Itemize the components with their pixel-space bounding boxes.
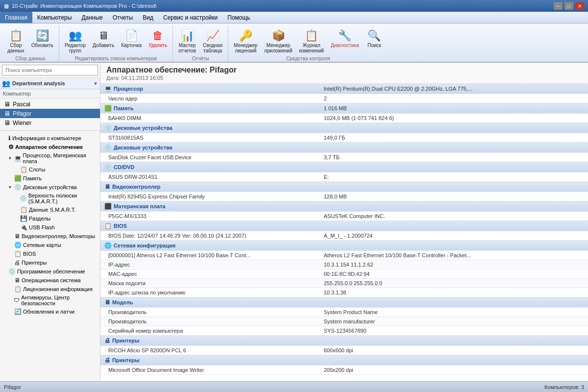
search-input[interactable] [2, 65, 98, 75]
menu-item-help[interactable]: Помощь [222, 12, 255, 23]
menu-item-computers[interactable]: Компьютеры [32, 12, 77, 23]
table-row[interactable]: Число ядер 2 [100, 94, 588, 103]
row-label: Intel(R) 82945G Express Chipset Family [108, 194, 205, 199]
table-row[interactable]: 🖥Модель [100, 297, 588, 308]
tree-item[interactable]: 📋 Лицензионная информация [0, 285, 100, 294]
collect-icon: 📋 [9, 29, 23, 43]
tree-container: ℹ Информация о компьютере ⚙ Аппаратное о… [0, 133, 100, 381]
menu-item-view[interactable]: Вид [138, 12, 158, 23]
tree-item[interactable]: 📋 BIOS [0, 249, 100, 258]
tree-item[interactable]: ▼ 💻 Процессор, Материнская плата [0, 151, 100, 165]
collect-data-button[interactable]: 📋 Сбор данных [5, 27, 27, 55]
row-value-cell [320, 241, 588, 251]
table-row[interactable]: ASUS DRW-2014S1 E: [100, 172, 588, 182]
department-selector[interactable]: 👥 Department analysis ▼ [0, 78, 100, 89]
main-layout: 👥 Department analysis ▼ Компьютер 🖥 Pasc… [0, 63, 588, 381]
table-row[interactable]: 💿CD/DVD [100, 162, 588, 172]
table-row[interactable]: RICOH Aficio SP 8200DN PCL 6 600x600 dpi [100, 346, 588, 355]
table-row[interactable]: 🟩Память 1 016 MB [100, 103, 588, 114]
tree-item[interactable]: 🟩 Память [0, 174, 100, 183]
table-row[interactable]: Серийный номер компьютера SYS-1234567890 [100, 326, 588, 336]
table-row[interactable]: 💿Дисковые устройства [100, 123, 588, 133]
table-row[interactable]: Intel(R) 82945G Express Chipset Family 1… [100, 192, 588, 201]
tree-item[interactable]: ▼ 💿 Дисковые устройства [0, 183, 100, 192]
add-button[interactable]: 🖥 Добавить [90, 27, 117, 49]
table-row[interactable]: ST3160815AS 149,0 ГБ [100, 133, 588, 143]
tree-item[interactable]: 📋 Слоты [0, 165, 100, 174]
menu-item-data[interactable]: Данные [76, 12, 107, 23]
tree-item[interactable]: 🖥 Операционная система [0, 276, 100, 285]
license-mgr-button[interactable]: 🔑 Менеджер лицензий [231, 27, 260, 55]
tree-item[interactable]: 🔌 USB Flash [0, 223, 100, 232]
table-row[interactable]: MAC-адрес 00:1E:8C:9D:42:94 [100, 270, 588, 279]
tree-item[interactable]: 🔄 Обновления и латчи [0, 307, 100, 316]
changes-button[interactable]: 📋 Журнал изменений [297, 27, 326, 55]
row-label: BIOS [114, 223, 127, 229]
tree-item[interactable]: 🖨 Принтеры [0, 258, 100, 267]
menu-item-home[interactable]: Главная [0, 12, 32, 23]
search-button[interactable]: 🔍 Поиск [364, 27, 385, 49]
delete-button[interactable]: 🗑 Удалить [146, 27, 170, 49]
title-bar: ▦ 10-Страйк: Инвентаризация Компьютеров … [0, 0, 588, 12]
tree-node-icon: 🟩 [14, 175, 22, 182]
card-button[interactable]: 📄 Карточка [119, 27, 144, 49]
status-count: Компьютеров: 3 [544, 384, 584, 390]
row-value-cell: 1 016 MB [320, 103, 588, 114]
computer-item-wiener[interactable]: 🖥 Wiener [0, 118, 100, 127]
table-row[interactable]: Производитель System Product Name [100, 308, 588, 317]
row-value-cell: 3,7 ТБ [320, 153, 588, 162]
tree-item[interactable]: 💾 Разделы [0, 214, 100, 223]
table-row[interactable]: IP-адрес шлюза по умолчанию 10.3.1.38 [100, 288, 588, 297]
row-label-cell: Intel(R) 82945G Express Chipset Family [100, 192, 320, 201]
table-row[interactable]: 📋BIOS [100, 221, 588, 231]
table-row[interactable]: Microsoft Office Document Image Writer 2… [100, 366, 588, 375]
table-row[interactable]: ⬛Материнская плата [100, 201, 588, 212]
tree-item[interactable]: 💿 Программное обеспечение [0, 267, 100, 276]
tree-item[interactable]: 🛡 Антивирусы, Центр безопасности [0, 294, 100, 307]
tree-item[interactable]: 💿 Верхность полюски (S.M.A.R.T.) [0, 192, 100, 205]
menu-item-service[interactable]: Сервис и настройки [158, 12, 222, 23]
app-mgr-button[interactable]: 📦 Менеджер приложений [262, 27, 295, 55]
row-label-cell: 💿Дисковые устройства [100, 143, 320, 153]
tree-item[interactable]: ⚙ Аппаратное обеспечение [0, 143, 100, 151]
tree-node-icon: 📋 [14, 286, 22, 293]
table-row[interactable]: БАНК0 DIMM 1024,0 MB (1 073 741 824 б) [100, 114, 588, 123]
diagnostics-button[interactable]: 🔧 Диагностика [328, 27, 362, 49]
table-row[interactable]: Производитель System manufacturer [100, 317, 588, 326]
menu-item-reports[interactable]: Отчеты [108, 12, 138, 23]
refresh-button[interactable]: 🔄 Обновить [29, 27, 56, 49]
table-row[interactable]: 🖨Принтеры [100, 336, 588, 346]
tree-item[interactable]: ℹ Информация о компьютере [0, 134, 100, 143]
table-row[interactable]: Маска подсети 255.255.0.0 255.255.0.0 [100, 279, 588, 288]
row-label: Маска подсети [108, 280, 146, 286]
menu-bar: Главная Компьютеры Данные Отчеты Вид Сер… [0, 12, 588, 24]
table-row[interactable]: P5GC-MX/1333 ASUSTeK Computer INC. [100, 212, 588, 221]
editor-button[interactable]: 👥 Редактор групп [62, 27, 88, 55]
summary-button[interactable]: 📈 Сводная таблица [200, 27, 225, 55]
table-row[interactable]: BIOS Date: 12/24/07 14:46:29 Ver: 08.00.… [100, 231, 588, 241]
table-row[interactable]: 🌐Сетевая конфигурация [100, 241, 588, 251]
table-row[interactable]: 💻Процессор Intel(R) Pentium(R) Dual CPU … [100, 84, 588, 94]
table-row[interactable]: 💿Дисковые устройства [100, 143, 588, 153]
status-computer: Pifagor [4, 384, 21, 390]
tree-item[interactable]: 🌐 Сетевые карты [0, 241, 100, 249]
row-section-icon: 📋 [104, 222, 112, 229]
row-value-cell: 149,0 ГБ [320, 133, 588, 143]
table-row[interactable]: SanDisk Cruzer Facet USB Device 3,7 ТБ [100, 153, 588, 162]
table-row[interactable]: [00000001] Atheros L2 Fast Ethernet 10/1… [100, 251, 588, 260]
row-label-cell: 📋BIOS [100, 221, 320, 231]
row-value-cell [320, 355, 588, 366]
minimize-button[interactable]: ─ [554, 2, 563, 10]
table-row[interactable]: 🖨Принтеры [100, 355, 588, 366]
table-row[interactable]: 🖥Видеоконтроллер [100, 182, 588, 192]
maximize-button[interactable]: □ [564, 2, 573, 10]
computer-item-pascal[interactable]: 🖥 Pascal [0, 99, 100, 109]
close-button[interactable]: ✕ [575, 2, 584, 10]
wizard-button[interactable]: 📊 Мастер отчетов [176, 27, 198, 55]
table-row[interactable]: IP-адрес 10.3.1.154 11.1.2.62 [100, 260, 588, 270]
tree-item[interactable]: 🖥 Видеоконтроллер, Мониторы [0, 232, 100, 241]
card-icon: 📄 [124, 29, 138, 43]
computer-item-pifagor[interactable]: 🖥 Pifagor [0, 109, 100, 118]
row-label-cell: Производитель [100, 308, 320, 317]
tree-item[interactable]: 📋 Данные S.M.A.R.T. [0, 205, 100, 214]
